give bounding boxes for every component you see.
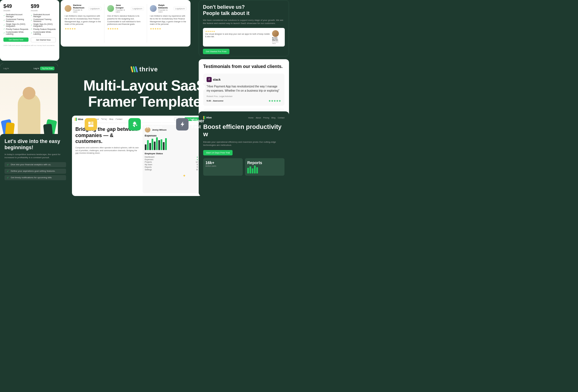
- person-container: [0, 73, 58, 138]
- hive-right-dashboard: Jenny Wilson Expenses Employee Status: [143, 125, 200, 193]
- avatar-3: [150, 5, 157, 12]
- feature-item: Single Sign-On (SSO) Integration: [31, 23, 56, 27]
- bar-7: [158, 140, 160, 150]
- dive-card: Let's dive into the easy beginnings! In …: [0, 134, 71, 196]
- bar-9: [163, 142, 165, 150]
- status-value-4: 8: [197, 164, 198, 166]
- bar-6: [156, 137, 158, 150]
- logo-badge-2: Logolpsum: [131, 7, 144, 10]
- plan2-period: /month: [31, 9, 56, 12]
- avatar-2: [107, 5, 114, 12]
- stat-label-users: Active users: [205, 165, 240, 167]
- status-row-5: Reports 5: [145, 166, 198, 168]
- reviewer-3-name: Ralph Edwards: [158, 4, 172, 9]
- stat-number-reports: Reports: [247, 160, 282, 165]
- reviewer-1-role: Founder & CEO: [73, 9, 87, 13]
- svg-rect-2: [91, 123, 93, 124]
- avatar-2-info: Jane Cooper Founder & CEO: [116, 4, 129, 13]
- status-value-6: ⚙: [196, 169, 198, 171]
- stat-active-users: 16k+ Active users: [203, 158, 243, 176]
- hero-nav: Log In Log In Try For Free: [0, 63, 58, 73]
- feature-pages-text: 14 Ready Pages: [100, 118, 120, 130]
- dive-title: Let's dive into the easy beginnings!: [5, 138, 66, 151]
- status-value-2: ●: [197, 158, 198, 160]
- feature-pages-line1: 14 Ready: [100, 118, 120, 123]
- status-value-3: 12: [196, 161, 198, 163]
- plan1-cta-button[interactable]: Get Started Now: [3, 38, 29, 42]
- boost-text: Elevate your operational efficiency and …: [203, 140, 284, 147]
- feature-fast: Super Fast: [176, 118, 204, 131]
- stat-bar-3: [252, 168, 253, 173]
- puzzle-icon: [128, 118, 141, 131]
- pricing-plans-row: $49 /month Dedicated Account Manager Cus…: [3, 3, 56, 42]
- svg-rect-3: [88, 125, 93, 127]
- layout-icon: [85, 118, 97, 131]
- center-content: thrive Multi-Layout SaaS Framer Template…: [74, 65, 215, 130]
- feature-item: Dedicated Account Manager: [3, 14, 29, 17]
- status-label-5: Reports: [145, 166, 152, 168]
- logo-badge-1: Logolpsum: [88, 7, 101, 10]
- dive-feature-3: Get timely notifications for upcoming bi…: [5, 175, 66, 180]
- boost-nav-home: Home: [248, 117, 253, 119]
- reviewer-2-name: Jane Cooper: [116, 4, 129, 9]
- reviewer-3-role: Founder & CEO: [158, 9, 172, 13]
- feature-pages: 14 Ready Pages: [85, 118, 120, 131]
- testimonial-2: Jane Cooper Founder & CEO Logolpsum One …: [107, 4, 147, 43]
- testimonial-1: Darlene Robertson Founder & CEO Logolpsu…: [65, 4, 104, 43]
- feature-item: Priority Feature Requests: [3, 28, 29, 30]
- plan1-features: Dedicated Account Manager Customized Tra…: [3, 14, 29, 35]
- testimonial-3-header: Ralph Edwards Founder & CEO Logolpsum: [150, 4, 187, 13]
- feature-sections: 46+ Unique Sections: [128, 118, 168, 131]
- hero-image-area: [0, 73, 58, 138]
- avatar-3-info: Ralph Edwards Founder & CEO: [158, 4, 172, 13]
- dont-believe-card: Don't believe us?People talk about it We…: [199, 0, 289, 56]
- plan2-features: Dedicated Account Manager Customized Tra…: [31, 14, 56, 35]
- person-head: [23, 87, 35, 100]
- stat-number-users: 16k+: [205, 160, 240, 165]
- dont-believe-title: Don't believe us?People talk about it: [203, 4, 285, 16]
- employee-status-title: Employee Status: [145, 152, 198, 155]
- plan-basic: $49 /month Dedicated Account Manager Cus…: [3, 3, 29, 42]
- start-trial-button[interactable]: Start 14 Days Free Trial: [203, 150, 233, 155]
- testimonial-1-stars: ★★★★★: [65, 27, 101, 30]
- hero-nav-links: Log In: [3, 67, 9, 69]
- review-avatar-1: [272, 30, 279, 37]
- boost-title: Boost efficien productivity w: [203, 123, 284, 138]
- slack-quote: "Hive Payment App has revolutionized the…: [207, 84, 281, 93]
- status-row-4: My team 8: [145, 164, 198, 166]
- slack-reviewer: Robert Fox, Legal Adviser: [207, 95, 281, 98]
- rating-stars: ★★★★★: [268, 99, 281, 102]
- get-started-free-button[interactable]: Get Started For Free: [203, 49, 229, 54]
- hive-card-content: Bridging the gap between companies — & c…: [72, 123, 202, 195]
- dive-feature-2: Define your aspirations goal setting fea…: [5, 169, 66, 174]
- svg-rect-0: [88, 122, 91, 124]
- status-row-6: Settings ⚙: [145, 169, 198, 171]
- testimonial-2-header: Jane Cooper Founder & CEO Logolpsum: [107, 4, 144, 13]
- testimonial-1-header: Darlene Robertson Founder & CEO Logolpsu…: [65, 4, 101, 13]
- title-line2: Framer Template: [88, 93, 201, 110]
- reviewer-2-role: Founder & CEO: [116, 9, 129, 13]
- hero-login-button[interactable]: Log In: [34, 67, 39, 70]
- plan-pro: $99 /month Dedicated Account Manager Cus…: [31, 3, 56, 42]
- stat-bar-1: [247, 168, 249, 173]
- brand-name: thrive: [139, 65, 158, 73]
- expenses-title: Expenses: [145, 134, 198, 137]
- hero-try-button[interactable]: Try For Free: [40, 67, 54, 70]
- testimonial-2-text: One of Hive's standout features is its p…: [107, 15, 144, 26]
- bar-1: [145, 144, 146, 150]
- features-row: 14 Ready Pages 46+ Unique Sections: [74, 118, 215, 131]
- feature-item: Priority Feature Requests: [31, 28, 56, 30]
- slack-logo: # slack: [207, 77, 281, 82]
- bar-4: [152, 139, 153, 150]
- status-value-1: ●: [197, 156, 198, 158]
- stat-bars-chart: [247, 165, 282, 173]
- bar-2: [147, 140, 149, 150]
- plan2-cta-button[interactable]: Get Started Now: [31, 38, 56, 42]
- testimonial-3: Ralph Edwards Founder & CEO Logolpsum I …: [150, 4, 187, 43]
- status-label-6: Settings: [145, 169, 152, 171]
- reviewer-1-role-sm: Founder, Tech: [272, 41, 283, 44]
- status-label-3: Projects: [145, 161, 152, 163]
- reviewer-1-name-sm: Kevin Martin: [272, 37, 283, 41]
- review-card-1: ★★★★★ Our visual designer lo and drop yo…: [203, 28, 285, 47]
- logo-badge-3: Logolpsum: [174, 7, 187, 10]
